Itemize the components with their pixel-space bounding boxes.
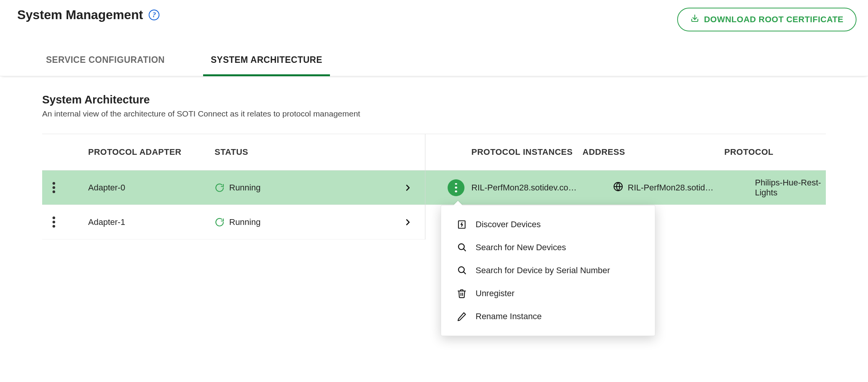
- adapter-name: Adapter-0: [65, 183, 215, 193]
- menu-item-discover-devices[interactable]: Discover Devices: [441, 213, 655, 236]
- page-header: System Management ? DOWNLOAD ROOT CERTIF…: [0, 0, 868, 31]
- col-header-protocol-instances: PROTOCOL INSTANCES: [441, 147, 582, 157]
- split-panels: PROTOCOL ADAPTER STATUS Adapter-0 Runnin…: [42, 134, 826, 239]
- adapter-row[interactable]: Adapter-0 Running: [42, 171, 425, 205]
- menu-item-label: Rename Instance: [476, 312, 541, 321]
- chevron-right-icon[interactable]: [391, 218, 425, 226]
- section-title: System Architecture: [42, 93, 826, 106]
- left-column-headers: PROTOCOL ADAPTER STATUS: [42, 134, 425, 171]
- col-header-protocol: PROTOCOL: [724, 147, 826, 157]
- section-system-architecture: System Architecture An internal view of …: [0, 76, 868, 239]
- kebab-icon[interactable]: [448, 179, 464, 196]
- adapter-status: Running: [215, 183, 391, 193]
- instance-protocol: Philips-Hue-Rest-Lights: [755, 178, 826, 198]
- svg-line-4: [463, 249, 465, 251]
- instance-context-menu: Discover Devices Search for New Devices: [441, 205, 655, 336]
- running-icon: [215, 217, 225, 227]
- menu-item-label: Discover Devices: [476, 220, 541, 230]
- download-icon: [690, 14, 699, 25]
- col-header-address: ADDRESS: [582, 147, 724, 157]
- kebab-icon[interactable]: [49, 178, 59, 197]
- menu-item-label: Unregister: [476, 289, 514, 298]
- adapter-row[interactable]: Adapter-1 Running: [42, 205, 425, 239]
- chevron-right-icon[interactable]: [391, 184, 425, 192]
- right-column-headers: PROTOCOL INSTANCES ADDRESS PROTOCOL: [425, 134, 826, 171]
- adapter-status: Running: [215, 217, 391, 227]
- adapter-status-text: Running: [229, 217, 261, 227]
- menu-item-unregister[interactable]: Unregister: [441, 282, 655, 305]
- protocol-instance-panel: PROTOCOL INSTANCES ADDRESS PROTOCOL RIL-…: [425, 134, 826, 239]
- col-header-status: STATUS: [215, 147, 391, 157]
- menu-item-label: Search for New Devices: [476, 243, 566, 252]
- kebab-icon[interactable]: [49, 213, 59, 231]
- menu-item-search-by-serial[interactable]: Search for Device by Serial Number: [441, 259, 655, 282]
- adapter-name: Adapter-1: [65, 217, 215, 227]
- globe-icon: [613, 182, 623, 194]
- instance-address: RIL-PerfMon28.sotid…: [613, 182, 755, 194]
- page-title: System Management: [17, 8, 143, 22]
- section-description: An internal view of the architecture of …: [42, 109, 826, 118]
- menu-item-search-new-devices[interactable]: Search for New Devices: [441, 236, 655, 259]
- instance-row[interactable]: RIL-PerfMon28.sotidev.co… RIL-PerfMon28.…: [425, 171, 826, 205]
- download-button-label: DOWNLOAD ROOT CERTIFICATE: [704, 15, 843, 25]
- adapter-status-text: Running: [229, 183, 261, 193]
- instance-address-text: RIL-PerfMon28.sotid…: [628, 183, 747, 193]
- instance-name: RIL-PerfMon28.sotidev.co…: [471, 183, 613, 193]
- search-icon: [456, 242, 467, 253]
- protocol-adapter-panel: PROTOCOL ADAPTER STATUS Adapter-0 Runnin…: [42, 134, 425, 239]
- help-icon[interactable]: ?: [149, 10, 159, 20]
- running-icon: [215, 183, 225, 193]
- tab-bar: SERVICE CONFIGURATION SYSTEM ARCHITECTUR…: [0, 54, 868, 76]
- trash-icon: [456, 288, 467, 299]
- pencil-icon: [456, 311, 467, 322]
- menu-item-rename-instance[interactable]: Rename Instance: [441, 305, 655, 328]
- svg-line-6: [463, 272, 465, 274]
- title-wrap: System Management ?: [17, 8, 159, 22]
- col-header-protocol-adapter: PROTOCOL ADAPTER: [65, 147, 215, 157]
- tab-service-configuration[interactable]: SERVICE CONFIGURATION: [38, 55, 172, 76]
- bolt-icon: [456, 219, 467, 230]
- tab-system-architecture[interactable]: SYSTEM ARCHITECTURE: [203, 55, 330, 76]
- search-icon: [456, 265, 467, 276]
- menu-item-label: Search for Device by Serial Number: [476, 266, 610, 275]
- download-root-certificate-button[interactable]: DOWNLOAD ROOT CERTIFICATE: [677, 8, 857, 31]
